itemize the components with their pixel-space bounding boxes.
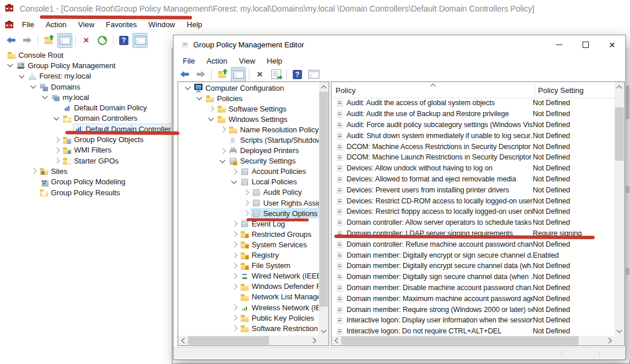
tree-item[interactable]: Security Options bbox=[179, 208, 319, 218]
tree-item[interactable]: File System bbox=[179, 261, 319, 271]
list-vertical-scrollbar[interactable] bbox=[614, 82, 624, 336]
folder-up-button[interactable] bbox=[215, 67, 230, 82]
forward-button[interactable] bbox=[193, 67, 208, 82]
list-horizontal-scrollbar[interactable] bbox=[331, 336, 614, 346]
chevron-expanded-icon[interactable] bbox=[40, 92, 50, 102]
menu-help[interactable]: Help bbox=[181, 20, 208, 29]
policy-row[interactable]: Domain member: Digitally sign secure cha… bbox=[331, 272, 614, 283]
chevron-collapsed-icon[interactable] bbox=[230, 302, 239, 313]
policy-row[interactable]: Domain member: Maximum machine account p… bbox=[331, 293, 614, 304]
folder-up-button[interactable] bbox=[41, 33, 56, 48]
menu-file[interactable]: File bbox=[177, 57, 201, 65]
policy-row[interactable]: Domain member: Require strong (Windows 2… bbox=[331, 304, 614, 315]
chevron-collapsed-icon[interactable] bbox=[29, 166, 38, 176]
tree-item[interactable]: Account Policies bbox=[179, 166, 319, 177]
column-divider[interactable] bbox=[535, 84, 535, 96]
back-button[interactable] bbox=[3, 33, 19, 48]
chevron-collapsed-icon[interactable] bbox=[230, 229, 239, 239]
scrollbar-thumb[interactable] bbox=[319, 92, 328, 307]
policy-row[interactable]: Domain controller: Refuse machine accoun… bbox=[331, 239, 614, 250]
forward-button[interactable] bbox=[20, 33, 35, 48]
tree-item[interactable]: Local Policies bbox=[179, 177, 319, 187]
help-button[interactable] bbox=[290, 67, 305, 82]
scrollbar-thumb[interactable] bbox=[341, 336, 579, 345]
tree-item[interactable]: System Services bbox=[179, 239, 319, 250]
gpme-titlebar[interactable]: Group Policy Management Editor bbox=[174, 35, 625, 54]
tree-item[interactable]: Deployed Printers bbox=[179, 146, 319, 156]
tree-item[interactable]: User Rights Assignme bbox=[179, 198, 319, 208]
menu-action[interactable]: Action bbox=[40, 20, 72, 29]
chevron-collapsed-icon[interactable] bbox=[52, 134, 61, 144]
policy-row[interactable]: DCOM: Machine Launch Restrictions in Sec… bbox=[331, 152, 614, 163]
chevron-collapsed-icon[interactable] bbox=[241, 198, 250, 208]
policy-row[interactable]: Devices: Restrict floppy access to local… bbox=[331, 206, 614, 217]
policy-row[interactable]: Interactive logon: Do not require CTRL+A… bbox=[331, 326, 614, 336]
policy-row[interactable]: Interactive logon: Display user informat… bbox=[331, 315, 614, 326]
tree-item[interactable]: Domains bbox=[1, 81, 171, 92]
chevron-collapsed-icon[interactable] bbox=[241, 208, 250, 218]
menu-help[interactable]: Help bbox=[261, 57, 288, 65]
chevron-collapsed-icon[interactable] bbox=[52, 145, 61, 155]
show-action-pane-button[interactable] bbox=[132, 33, 148, 48]
tree-item[interactable]: Registry bbox=[179, 250, 319, 261]
tree-item[interactable]: Windows Settings bbox=[179, 114, 319, 124]
scroll-right-button[interactable] bbox=[309, 336, 319, 346]
tree-item[interactable]: Forest: my.local bbox=[1, 71, 171, 81]
tree-item[interactable]: Software Restriction Poli bbox=[179, 323, 319, 333]
tree-item[interactable]: Domain Controllers bbox=[1, 113, 171, 124]
tree-item[interactable]: Policies bbox=[179, 93, 319, 103]
chevron-collapsed-icon[interactable] bbox=[218, 146, 227, 156]
tree-item[interactable]: Network List Manager Po bbox=[179, 292, 319, 302]
chevron-expanded-icon[interactable] bbox=[207, 114, 216, 124]
scrollbar-thumb[interactable] bbox=[615, 107, 624, 161]
tree-item[interactable]: Group Policy Results bbox=[1, 187, 171, 198]
chevron-expanded-icon[interactable] bbox=[218, 156, 227, 166]
policy-row[interactable]: Domain member: Disable machine account p… bbox=[331, 283, 614, 294]
gpme-window[interactable]: Group Policy Management Editor FileActio… bbox=[173, 35, 626, 360]
tree-item[interactable]: Sites bbox=[1, 166, 171, 176]
help-button[interactable] bbox=[116, 33, 131, 48]
chevron-collapsed-icon[interactable] bbox=[230, 261, 239, 271]
main-titlebar[interactable]: Console1 - [Console Root\Group Policy Ma… bbox=[0, 0, 630, 17]
minimize-button[interactable] bbox=[546, 35, 572, 54]
show-action-pane-button[interactable] bbox=[306, 67, 321, 82]
policy-row[interactable]: Audit: Shut down system immediately if u… bbox=[331, 130, 614, 141]
scroll-left-button[interactable] bbox=[178, 336, 188, 346]
tree-item[interactable]: Wireless Network (IEEE 80 bbox=[179, 302, 319, 313]
tree-horizontal-scrollbar[interactable] bbox=[178, 336, 319, 346]
policy-row[interactable]: Domain controller: Allow server operator… bbox=[331, 217, 614, 228]
tree-item[interactable]: WMI Filters bbox=[1, 145, 171, 155]
scrollbar-thumb[interactable] bbox=[188, 336, 269, 345]
delete-dark-button[interactable] bbox=[252, 67, 267, 82]
back-button[interactable] bbox=[177, 67, 192, 82]
menu-window[interactable]: Window bbox=[143, 20, 181, 29]
chevron-expanded-icon[interactable] bbox=[29, 81, 38, 92]
tree-item[interactable]: Restricted Groups bbox=[179, 229, 319, 239]
tree-item[interactable]: Public Key Policies bbox=[179, 313, 319, 323]
show-console-tree-button[interactable] bbox=[57, 33, 72, 48]
tree-item[interactable]: Console Root bbox=[1, 50, 171, 60]
menu-file[interactable]: File bbox=[16, 20, 40, 29]
menu-action[interactable]: Action bbox=[201, 57, 233, 65]
close-button[interactable] bbox=[599, 35, 625, 54]
chevron-collapsed-icon[interactable] bbox=[230, 239, 239, 250]
chevron-collapsed-icon[interactable] bbox=[52, 155, 61, 166]
refresh-button[interactable] bbox=[95, 33, 110, 48]
policy-row[interactable]: Audit: Audit the access of global system… bbox=[331, 98, 614, 109]
scroll-down-button[interactable] bbox=[614, 326, 624, 336]
chevron-collapsed-icon[interactable] bbox=[230, 281, 239, 292]
scroll-left-button[interactable] bbox=[331, 336, 341, 346]
chevron-collapsed-icon[interactable] bbox=[230, 250, 239, 261]
chevron-collapsed-icon[interactable] bbox=[230, 323, 239, 333]
delete-red-button[interactable] bbox=[79, 33, 94, 48]
policy-row[interactable]: Audit: Force audit policy subcategory se… bbox=[331, 120, 614, 131]
policy-row[interactable]: DCOM: Machine Access Restrictions in Sec… bbox=[331, 141, 614, 152]
tree-item[interactable]: Security Settings bbox=[179, 156, 319, 166]
scroll-up-button[interactable] bbox=[614, 82, 624, 92]
policy-row[interactable]: Devices: Allowed to format and eject rem… bbox=[331, 174, 614, 185]
policy-row[interactable]: Devices: Allow undock without having to … bbox=[331, 163, 614, 174]
scroll-down-button[interactable] bbox=[319, 326, 329, 336]
tree-item[interactable]: Wired Network (IEEE 802. bbox=[179, 271, 319, 281]
tree-item[interactable]: Computer Configuration bbox=[179, 83, 319, 93]
chevron-expanded-icon[interactable] bbox=[195, 93, 204, 103]
